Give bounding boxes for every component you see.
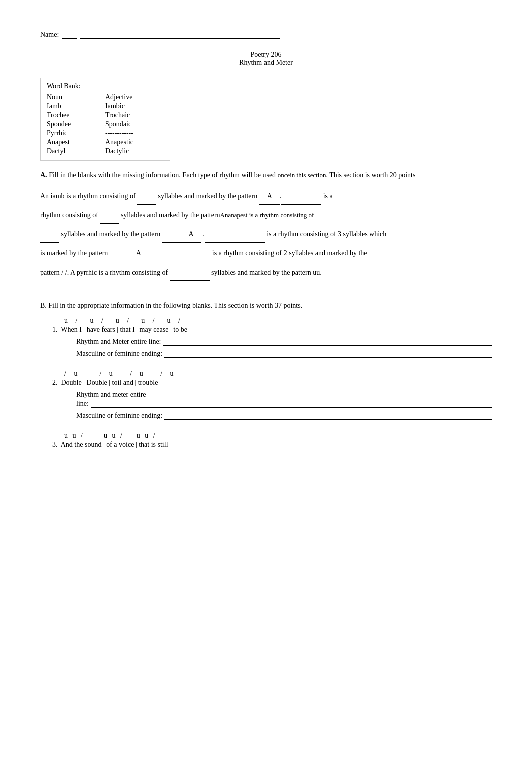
- wb-iambic: Iambic: [105, 102, 164, 110]
- rhythm-answer-line-1[interactable]: [163, 338, 492, 346]
- title-section: Poetry 206 Rhythm and Meter: [40, 51, 492, 67]
- masculine-label-1: Masculine or feminine ending:: [76, 350, 492, 358]
- meter-2: / u / u / u / u: [64, 370, 492, 378]
- rhythm-label-text-2b: line:: [76, 400, 89, 408]
- name-row: Name:: [40, 30, 492, 39]
- name-label: Name:: [40, 31, 59, 39]
- blank-7[interactable]: [110, 246, 129, 262]
- rhythm-answer-line-2[interactable]: [91, 400, 492, 408]
- word-bank-row: Spondee Spondaic: [47, 120, 164, 128]
- wb-trochaic: Trochaic: [105, 111, 164, 119]
- poem-line-2: 2. Double | Double | toil and | trouble: [52, 379, 492, 387]
- poem-line-1: 1. When I | have fears | that I | may ce…: [52, 326, 492, 334]
- blank-1[interactable]: [137, 189, 156, 205]
- wb-anapestic: Anapestic: [105, 138, 164, 146]
- masculine-label-text-2: Masculine or feminine ending:: [76, 412, 162, 420]
- wb-dactylic: Dactylic: [105, 147, 164, 155]
- name-line-long: [80, 30, 280, 39]
- title-line2: Rhythm and Meter: [40, 59, 492, 67]
- blank-3[interactable]: [100, 208, 119, 224]
- rhythm-label-1: Rhythm and Meter entire line:: [76, 338, 492, 346]
- answer-container-2b: Masculine or feminine ending:: [76, 412, 492, 420]
- word-bank-box: Word Bank: Noun Adjective Iamb Iambic Tr…: [40, 78, 170, 161]
- meter-3: u u / u u / u u /: [64, 432, 492, 440]
- poem-item-3: u u / u u / u u / 3. And the sound | of …: [40, 432, 492, 449]
- section-b-intro: B. Fill in the appropriate information i…: [40, 302, 492, 310]
- wb-spondee: Spondee: [47, 120, 105, 128]
- word-bank-row: Anapest Anapestic: [47, 138, 164, 146]
- answer-container-1a: Rhythm and Meter entire line:: [76, 338, 492, 346]
- pattern-blank-1: A: [259, 189, 280, 205]
- answer-container-1b: Masculine or feminine ending:: [76, 350, 492, 358]
- section-b: B. Fill in the appropriate information i…: [40, 302, 492, 449]
- word-bank-row: Pyrrhic ------------: [47, 129, 164, 137]
- poem-item-2: / u / u / u / u 2. Double | Double | toi…: [40, 370, 492, 420]
- fill-line-1: An iamb is a rhythm consisting of syllab…: [40, 189, 492, 205]
- wb-iamb: Iamb: [47, 102, 105, 110]
- word-bank-row: Trochee Trochaic: [47, 111, 164, 119]
- masculine-answer-line-1[interactable]: [164, 350, 492, 358]
- pattern-blank-2: A: [181, 227, 201, 243]
- blank-5a[interactable]: [162, 227, 181, 243]
- masculine-label-2: Masculine or feminine ending:: [76, 412, 492, 420]
- poem-item-1: u / u / u / u / u / 1. When I | have fea…: [40, 317, 492, 358]
- fill-line-3: syllables and marked by the pattern A . …: [40, 227, 492, 243]
- fill-line-5: pattern / /. A pyrrhic is a rhythm consi…: [40, 265, 492, 281]
- answer-container-2a: Rhythm and meter entire line:: [76, 391, 492, 408]
- blank-4[interactable]: [40, 227, 59, 243]
- wb-pyrrhic: Pyrrhic: [47, 129, 105, 137]
- word-bank-title: Word Bank:: [47, 82, 164, 90]
- wb-dactyl: Dactyl: [47, 147, 105, 155]
- blank-9[interactable]: [170, 265, 210, 281]
- name-blank-short: [62, 30, 77, 39]
- word-bank-row: Noun Adjective: [47, 93, 164, 101]
- fill-line-4: is marked by the pattern A is a rhythm c…: [40, 246, 492, 262]
- section-a-instructions: A. Fill in the blanks with the missing i…: [40, 170, 492, 181]
- fill-line-2: rhythm consisting of syllables and marke…: [40, 208, 492, 224]
- blank-6[interactable]: [205, 227, 265, 243]
- rhythm-label-text-1: Rhythm and Meter entire line:: [76, 338, 161, 346]
- wb-spondaic: Spondaic: [105, 120, 164, 128]
- wb-noun: Noun: [47, 93, 105, 101]
- rhythm-label-2: Rhythm and meter entire: [76, 391, 492, 399]
- meter-1: u / u / u / u / u /: [64, 317, 492, 325]
- word-bank-row: Dactyl Dactylic: [47, 147, 164, 155]
- section-a: A. Fill in the blanks with the missing i…: [40, 170, 492, 181]
- wb-adjective: Adjective: [105, 93, 164, 101]
- wb-dashes: ------------: [105, 129, 164, 137]
- pattern-blank-3: A: [129, 246, 149, 262]
- masculine-label-text-1: Masculine or feminine ending:: [76, 350, 162, 358]
- blank-2[interactable]: [281, 189, 321, 205]
- title-line1: Poetry 206: [40, 51, 492, 59]
- poem-line-3: 3. And the sound | of a voice | that is …: [52, 441, 492, 449]
- blank-8[interactable]: [150, 246, 210, 262]
- word-bank-row: Iamb Iambic: [47, 102, 164, 110]
- wb-trochee: Trochee: [47, 111, 105, 119]
- wb-anapest: Anapest: [47, 138, 105, 146]
- rhythm-label-2b: line:: [76, 400, 492, 408]
- masculine-answer-line-2[interactable]: [164, 412, 492, 420]
